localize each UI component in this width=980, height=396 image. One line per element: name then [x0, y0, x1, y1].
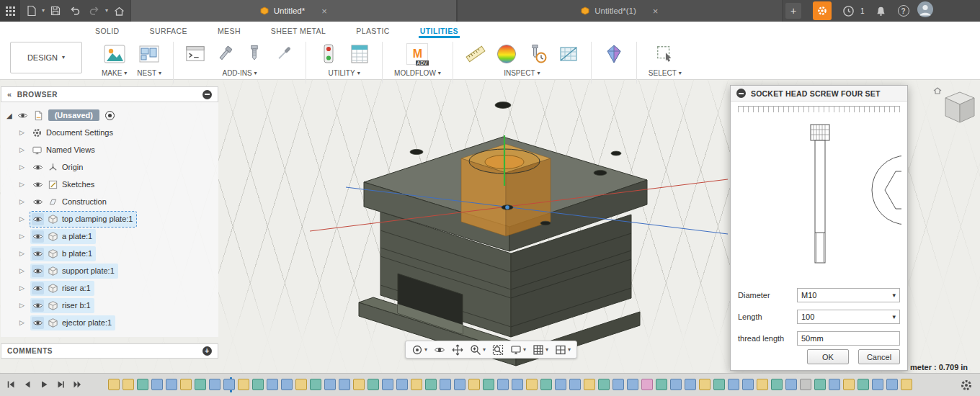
timeline-feature-icon[interactable]	[569, 379, 581, 390]
gem-tool-icon[interactable]	[603, 43, 625, 65]
timeline-feature-icon[interactable]	[310, 379, 321, 390]
ribbon-tab[interactable]: MESH	[216, 24, 242, 38]
browser-tree-item[interactable]: Document Settings	[1, 124, 218, 141]
timeline-feature-icon[interactable]	[440, 379, 451, 390]
timeline-feature-icon[interactable]	[281, 379, 293, 390]
item-label[interactable]: Origin	[62, 163, 83, 171]
root-document-label[interactable]: (Unsaved)	[48, 109, 99, 121]
browser-tree-item[interactable]: ejector plate:1	[1, 314, 218, 331]
bell-icon[interactable]	[873, 2, 890, 19]
document-tab[interactable]: Untitled*(1)	[457, 0, 783, 22]
visibility-eye-icon[interactable]	[32, 282, 44, 294]
timeline-feature-icon[interactable]	[483, 379, 494, 390]
timeline-feature-icon[interactable]	[829, 379, 840, 390]
timeline-feature-icon[interactable]	[641, 379, 653, 390]
curvature-analysis-icon[interactable]	[496, 43, 517, 65]
mold-assembly-3d-model[interactable]	[216, 81, 731, 369]
field-control[interactable]: 100	[797, 310, 900, 324]
expand-arrow-icon[interactable]	[19, 284, 27, 292]
timeline-feature-icon[interactable]	[353, 379, 365, 390]
browser-tree-item[interactable]: Sketches	[1, 176, 218, 193]
timeline-feature-icon[interactable]	[584, 379, 595, 390]
item-label[interactable]: Named Views	[46, 145, 95, 154]
ribbon-tab[interactable]: SHEET METAL	[270, 24, 327, 38]
timeline-feature-icon[interactable]	[223, 379, 235, 390]
expand-arrow-icon[interactable]	[19, 215, 27, 222]
timeline-feature-icon[interactable]	[166, 379, 177, 390]
bolt-tool-icon[interactable]	[215, 44, 235, 64]
item-label[interactable]: b plate:1	[62, 249, 92, 258]
item-label[interactable]: Document Settings	[46, 128, 113, 137]
utility-group-label[interactable]: UTILITY	[328, 69, 360, 77]
viewports-layout-icon[interactable]	[553, 343, 573, 356]
timeline-feature-icon[interactable]	[627, 379, 638, 390]
dropdown-arrow-icon[interactable]	[892, 292, 896, 299]
visibility-eye-icon[interactable]	[32, 317, 44, 329]
file-menu-caret-icon[interactable]	[42, 8, 45, 14]
inspect-group-label[interactable]: INSPECT	[504, 69, 540, 77]
scripts-addins-icon[interactable]	[185, 44, 205, 64]
browser-tree-item[interactable]: support plate:1	[1, 262, 218, 279]
grid-settings-icon[interactable]	[530, 343, 551, 356]
visibility-eye-icon[interactable]	[32, 213, 44, 225]
job-status-icon[interactable]	[813, 1, 832, 20]
redo-caret-icon[interactable]	[105, 8, 108, 14]
save-icon[interactable]	[47, 2, 64, 19]
timeline-feature-icon[interactable]	[252, 379, 264, 390]
item-label[interactable]: top clamping plate:1	[62, 215, 133, 223]
timeline-feature-icon[interactable]	[612, 379, 624, 390]
timeline-feature-icon[interactable]	[757, 379, 768, 390]
field-value[interactable]: 50mm	[801, 334, 896, 343]
close-tab-icon[interactable]	[653, 6, 659, 17]
select-tool-icon[interactable]	[655, 44, 675, 64]
field-control[interactable]: 50mm	[797, 331, 900, 346]
timeline-feature-icon[interactable]	[425, 379, 437, 390]
nest-group-label[interactable]: NEST	[137, 69, 161, 77]
design-mode-dropdown[interactable]: DESIGN	[10, 42, 82, 73]
expand-arrow-icon[interactable]	[19, 198, 27, 205]
field-value[interactable]: 100	[801, 312, 892, 321]
visibility-eye-icon[interactable]	[32, 179, 44, 191]
timeline-feature-icon[interactable]	[411, 379, 422, 390]
timeline-feature-icon[interactable]	[396, 379, 408, 390]
redo-icon[interactable]	[86, 2, 103, 19]
spreadsheet-utility-icon[interactable]	[349, 43, 370, 65]
timeline-feature-icon[interactable]	[555, 379, 566, 390]
timeline-feature-icon[interactable]	[728, 379, 739, 390]
expand-arrow-icon[interactable]	[19, 267, 27, 274]
visibility-eye-icon[interactable]	[32, 300, 44, 312]
timeline-feature-icon[interactable]	[151, 379, 163, 390]
app-launcher-grid-icon[interactable]	[0, 0, 20, 22]
timeline-feature-icon[interactable]	[670, 379, 682, 390]
item-label[interactable]: Sketches	[62, 180, 94, 189]
expand-arrow-icon[interactable]	[19, 181, 27, 188]
orbit-icon[interactable]	[409, 343, 429, 356]
expand-arrow-icon[interactable]	[19, 129, 27, 136]
timeline-feature-icon[interactable]	[800, 379, 811, 390]
make-tool-icon[interactable]	[104, 43, 125, 65]
item-label[interactable]: Construction	[62, 197, 107, 206]
select-group-label[interactable]: SELECT	[649, 69, 682, 77]
expand-arrow-icon[interactable]	[19, 163, 27, 171]
collapse-panel-icon[interactable]	[7, 90, 12, 99]
timeline-feature-icon[interactable]	[713, 379, 725, 390]
timeline-feature-icon[interactable]	[382, 379, 393, 390]
document-tab[interactable]: Untitled*	[130, 0, 457, 22]
traffic-light-utility-icon[interactable]	[318, 43, 339, 65]
field-value[interactable]: M10	[801, 291, 892, 300]
ribbon-tab[interactable]: SURFACE	[148, 24, 189, 38]
timeline-feature-icon[interactable]	[771, 379, 783, 390]
browser-root-item[interactable]: (Unsaved)	[1, 107, 218, 124]
driver-tool-icon[interactable]	[274, 44, 294, 64]
ribbon-tab[interactable]: UTILITIES	[419, 24, 460, 38]
new-tab-icon[interactable]	[785, 3, 801, 19]
expand-arrow-icon[interactable]	[19, 146, 27, 153]
addins-group-label[interactable]: ADD-INS	[222, 69, 257, 77]
home-icon[interactable]	[110, 2, 128, 19]
section-analysis-icon[interactable]	[558, 43, 579, 65]
cancel-button[interactable]: Cancel	[858, 349, 900, 364]
timeline-feature-icon[interactable]	[497, 379, 509, 390]
zoom-icon[interactable]	[468, 343, 488, 356]
timeline-feature-icon[interactable]	[122, 379, 134, 390]
timeline-feature-icon[interactable]	[195, 379, 206, 390]
